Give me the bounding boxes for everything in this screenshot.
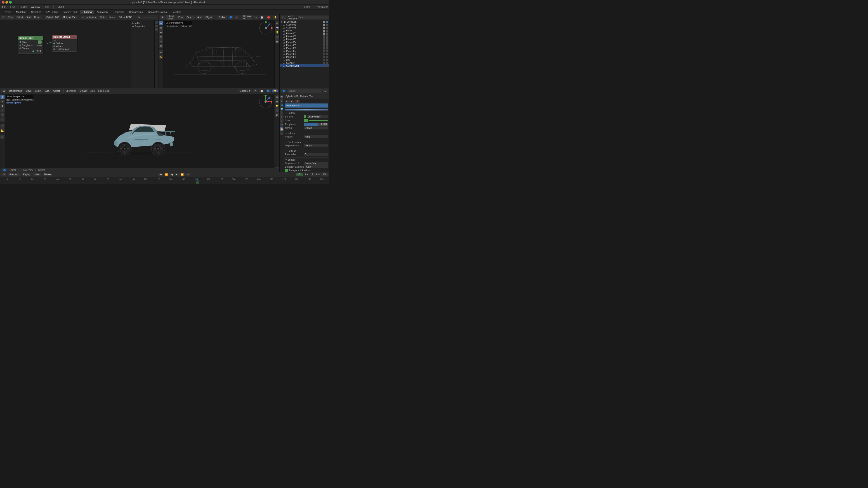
mp-tab-world[interactable]: 🌍 [280,107,283,111]
vt-xray-btn[interactable]: ▣ [275,39,279,43]
add-workspace-tab[interactable]: + [184,10,186,13]
sc-item-plane002[interactable]: △ Plane.002 [280,35,329,38]
vm-annotate-tool[interactable]: ✏ [0,124,4,128]
vt-object-btn[interactable]: Object [204,16,213,19]
vm-drag-value[interactable]: Select Box [97,90,110,92]
mp-tab-render[interactable]: 📷 [280,95,283,98]
vm-overlay-btn[interactable]: ⬛ [275,108,279,112]
plane004-render[interactable] [326,41,328,43]
mp-volume-toggle[interactable]: ▼ Volume [285,132,328,135]
mp-tab-material[interactable]: 🎨 [280,127,283,131]
cylinder-render[interactable] [326,62,328,64]
mp-surface-type-value[interactable]: Diffuse BSDF [307,115,328,118]
plane007-vis[interactable] [323,50,325,53]
play-next[interactable]: ⏩ [180,173,185,176]
tl-keying-btn[interactable]: Keying [22,173,32,176]
sc-item-plane008[interactable]: △ Plane.008 [280,53,329,56]
close-button[interactable] [2,1,4,4]
vm-render-rendered[interactable]: 💡 [272,90,278,92]
ne-strip-btn-2[interactable]: T [155,25,158,27]
menu-file[interactable]: File [1,6,7,8]
collection-render-toggle[interactable] [326,21,328,23]
tab-geometry-nodes[interactable]: Geometry Nodes [146,10,169,14]
mp-transparent-checkbox[interactable]: ✓ [285,169,288,172]
mp-tab-physics[interactable]: ⚛ [280,119,283,123]
mp-disp-type-value[interactable]: Bump Only [304,162,328,165]
vm-select-tool[interactable]: ✦ [0,95,4,99]
editor-type-button[interactable]: ⬡ [1,16,6,19]
play-jump-end[interactable]: ⏭ [185,173,190,176]
move-tool[interactable]: ✚ [159,30,163,34]
plane003-vis[interactable] [323,38,325,41]
mp-pass-index-value[interactable]: 0 [304,153,328,156]
vm-extra-tool[interactable]: ⬡ [0,135,4,139]
mp-emission-value[interactable]: Auto [305,165,328,168]
tab-rendering[interactable]: Rendering [110,10,126,14]
mp-tab-particles[interactable]: ✦ [280,115,283,119]
cylinder002-render[interactable] [326,65,328,67]
vm-camera-btn[interactable]: 📷 [275,99,279,103]
vm-view-btn[interactable]: View [25,90,32,92]
mp-new-btn[interactable]: + [285,100,289,103]
node-view-btn[interactable]: View [7,16,14,19]
mp-editor-type[interactable]: 🔵 [281,90,286,92]
vt-global-orientation[interactable]: Global [217,16,227,19]
plane005-render[interactable] [326,44,328,46]
scale-tool[interactable]: ⊡ [159,39,163,43]
plane008-vis[interactable] [323,53,325,55]
vm-cursor-tool[interactable]: ⊕ [0,99,4,103]
sc-item-plane007[interactable]: △ Plane.007 [280,50,329,53]
vm-view-gizmo[interactable]: ⊛ [275,95,279,99]
cube002-render[interactable] [326,27,328,29]
cylinder002-vis[interactable] [323,65,325,67]
sc-item-cube001[interactable]: △ Cube.001 [280,23,329,26]
mp-delete-btn[interactable]: ✕ [289,100,294,103]
tab-compositing[interactable]: Compositing [127,10,145,14]
maximize-button[interactable] [9,1,12,4]
mp-tab-constraints[interactable]: 🔗 [280,123,283,127]
sc-item-plane001[interactable]: △ Plane.001 [280,32,329,35]
tab-texture-paint[interactable]: Texture Paint [61,10,80,14]
tl-editor-type[interactable]: ⏱ [1,173,6,176]
vt-camera-btn[interactable]: 📷 [275,26,279,30]
vt-mode-selector[interactable]: Object Mode [166,15,176,20]
vm-options[interactable]: Options ▼ [239,90,252,92]
mp-surface-toggle[interactable]: ▼ Surface [285,112,328,114]
select-tool[interactable]: ✦ [159,21,163,25]
mp-mat-name-bar[interactable]: Material.004 [285,103,328,107]
minimize-button[interactable] [5,1,8,4]
node-add-btn[interactable]: Add [25,16,32,19]
cursor-tool[interactable]: ⊕ [159,26,163,30]
plane003-render[interactable] [326,38,328,41]
plane-vis[interactable] [323,30,325,32]
vt-proportional-btn[interactable]: ○ [235,16,239,19]
mp-color-swatch[interactable] [304,119,308,122]
vm-render-wire[interactable]: ◻ [253,90,258,92]
object-selector[interactable]: Cylinder.002 [45,16,60,19]
window-controls[interactable] [2,1,12,4]
plane009-render[interactable] [326,56,328,58]
cube001-vis[interactable] [323,24,325,26]
vm-rotate-tool[interactable]: ↻ [0,108,4,112]
vm-xray-btn[interactable]: ▣ [275,113,279,117]
tab-uv-editing[interactable]: UV Editing [44,10,60,14]
mp-tab-scene[interactable]: 🌐 [280,103,283,107]
sc-item-collection[interactable]: ▼ ▣ Collection [280,20,329,23]
mp-roughness-bar[interactable]: 0.500 [304,123,328,126]
sc-item-plane006[interactable]: △ Plane.006 [280,47,329,50]
sc-item-plane009[interactable]: △ Plane.009 [280,56,329,59]
plane005-vis[interactable] [323,44,325,46]
mp-pin-btn[interactable]: 📌 [294,100,300,103]
mp-volume-value[interactable]: None [304,135,328,138]
vm-mode-selector[interactable]: Object Mode [8,90,23,92]
color-section-toggle[interactable]: ▶ Color ☰ [132,22,157,24]
vt-view-btn[interactable]: View [177,16,184,19]
rotate-tool[interactable]: ↻ [159,35,163,39]
vm-light-btn[interactable]: 💡 [275,104,279,108]
tl-end-frame[interactable]: 250 [321,173,328,176]
node-canvas[interactable]: Diffuse BSDF Color Roughness 0.000 [0,20,131,88]
vm-measure-tool[interactable]: 📐 [0,128,4,132]
tl-start-frame[interactable]: 1 [311,173,315,176]
play-prev[interactable]: ◀ [169,173,174,176]
plane009-vis[interactable] [323,56,325,58]
